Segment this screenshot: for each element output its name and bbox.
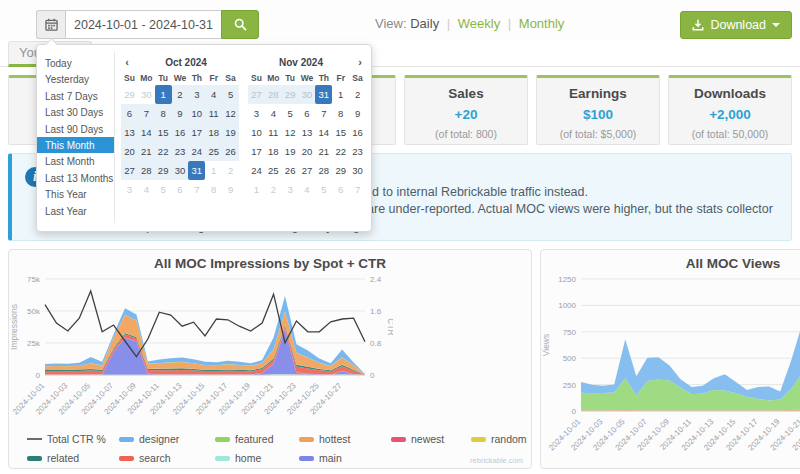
calendar-day[interactable]: 28 — [138, 161, 155, 180]
calendar-day[interactable]: 7 — [349, 180, 366, 199]
calendar-day[interactable]: 13 — [299, 123, 316, 142]
calendar-day[interactable]: 9 — [222, 180, 239, 199]
calendar-day[interactable]: 31 — [315, 85, 332, 104]
date-range-input[interactable] — [65, 10, 221, 39]
calendar-day[interactable]: 30 — [138, 85, 155, 104]
calendar-day[interactable]: 16 — [172, 123, 189, 142]
calendar-day[interactable]: 16 — [349, 123, 366, 142]
calendar-day[interactable]: 15 — [155, 123, 172, 142]
calendar-day[interactable]: 6 — [121, 104, 138, 123]
calendar-day[interactable]: 1 — [205, 161, 222, 180]
calendar-day[interactable]: 22 — [155, 142, 172, 161]
legend-item[interactable]: search — [119, 452, 215, 464]
download-button[interactable]: Download — [680, 11, 792, 39]
calendar-day[interactable]: 17 — [248, 142, 265, 161]
preset-item[interactable]: This Year — [37, 186, 114, 202]
calendar-day[interactable]: 11 — [205, 104, 222, 123]
calendar-day[interactable]: 9 — [349, 104, 366, 123]
calendar-day[interactable]: 1 — [155, 85, 172, 104]
legend-item[interactable]: featured — [215, 433, 299, 445]
calendar-day[interactable]: 14 — [315, 123, 332, 142]
calendar-day[interactable]: 18 — [205, 123, 222, 142]
calendar-day[interactable]: 18 — [265, 142, 282, 161]
calendar-day[interactable]: 3 — [248, 104, 265, 123]
calendar-day[interactable]: 20 — [299, 142, 316, 161]
legend-item[interactable]: related — [27, 452, 119, 464]
calendar-day[interactable]: 10 — [248, 123, 265, 142]
calendar-day[interactable]: 7 — [315, 104, 332, 123]
preset-item[interactable]: Last 7 Days — [37, 88, 114, 104]
calendar-day[interactable]: 3 — [188, 85, 205, 104]
prev-month-icon[interactable]: ‹ — [121, 56, 133, 68]
calendar-day[interactable]: 4 — [138, 180, 155, 199]
calendar-day[interactable]: 4 — [299, 180, 316, 199]
view-option-monthly[interactable]: Monthly — [519, 16, 565, 31]
calendar-day[interactable]: 8 — [205, 180, 222, 199]
calendar-day[interactable]: 28 — [315, 161, 332, 180]
calendar-day[interactable]: 2 — [172, 85, 189, 104]
preset-item[interactable]: This Month — [37, 137, 114, 153]
calendar-day[interactable]: 20 — [121, 142, 138, 161]
calendar-day[interactable]: 26 — [222, 142, 239, 161]
calendar-day[interactable]: 29 — [282, 85, 299, 104]
calendar-day[interactable]: 15 — [332, 123, 349, 142]
calendar-day[interactable]: 19 — [282, 142, 299, 161]
calendar-day[interactable]: 10 — [188, 104, 205, 123]
calendar-day[interactable]: 24 — [248, 161, 265, 180]
calendar-day[interactable]: 1 — [248, 180, 265, 199]
legend-item[interactable]: hottest — [299, 433, 391, 445]
calendar-day[interactable]: 2 — [222, 161, 239, 180]
calendar-day[interactable]: 5 — [222, 85, 239, 104]
calendar-day[interactable]: 31 — [188, 161, 205, 180]
preset-item[interactable]: Today — [37, 55, 114, 71]
preset-item[interactable]: Last Year — [37, 203, 114, 219]
view-option-daily[interactable]: Daily — [410, 16, 439, 31]
calendar-day[interactable]: 4 — [265, 104, 282, 123]
calendar-day[interactable]: 19 — [222, 123, 239, 142]
preset-item[interactable]: Last Month — [37, 153, 114, 169]
calendar-day[interactable]: 14 — [138, 123, 155, 142]
calendar-day[interactable]: 27 — [121, 161, 138, 180]
legend-item[interactable]: designer — [119, 433, 215, 445]
calendar-day[interactable]: 4 — [205, 85, 222, 104]
calendar-day[interactable]: 30 — [349, 161, 366, 180]
calendar-day[interactable]: 22 — [332, 142, 349, 161]
legend-item[interactable]: main — [299, 452, 391, 464]
calendar-day[interactable]: 11 — [265, 123, 282, 142]
calendar-day[interactable]: 6 — [299, 104, 316, 123]
calendar-day[interactable]: 30 — [299, 85, 316, 104]
calendar-day[interactable]: 29 — [155, 161, 172, 180]
search-button[interactable] — [221, 10, 259, 39]
calendar-day[interactable]: 27 — [299, 161, 316, 180]
preset-item[interactable]: Last 30 Days — [37, 104, 114, 120]
calendar-day[interactable]: 1 — [332, 85, 349, 104]
calendar-day[interactable]: 29 — [121, 85, 138, 104]
calendar-day[interactable]: 26 — [282, 161, 299, 180]
calendar-day[interactable]: 21 — [315, 142, 332, 161]
calendar-day[interactable]: 6 — [332, 180, 349, 199]
legend-item[interactable]: home — [215, 452, 299, 464]
calendar-day[interactable]: 28 — [265, 85, 282, 104]
calendar-day[interactable]: 3 — [282, 180, 299, 199]
calendar-day[interactable]: 25 — [265, 161, 282, 180]
calendar-day[interactable]: 12 — [222, 104, 239, 123]
calendar-day[interactable]: 21 — [138, 142, 155, 161]
view-option-weekly[interactable]: Weekly — [458, 16, 500, 31]
preset-item[interactable]: Last 13 Months — [37, 170, 114, 186]
calendar-day[interactable]: 27 — [248, 85, 265, 104]
calendar-day[interactable]: 17 — [188, 123, 205, 142]
preset-item[interactable]: Last 90 Days — [37, 121, 114, 137]
calendar-day[interactable]: 5 — [282, 104, 299, 123]
calendar-day[interactable]: 29 — [332, 161, 349, 180]
legend-item[interactable]: Total CTR % — [27, 433, 119, 445]
calendar-day[interactable]: 13 — [121, 123, 138, 142]
calendar-day[interactable]: 2 — [349, 85, 366, 104]
preset-item[interactable]: Yesterday — [37, 71, 114, 87]
calendar-day[interactable]: 8 — [332, 104, 349, 123]
legend-item[interactable]: newest — [391, 433, 471, 445]
calendar-day[interactable]: 12 — [282, 123, 299, 142]
calendar-day[interactable]: 30 — [172, 161, 189, 180]
calendar-day[interactable]: 3 — [121, 180, 138, 199]
calendar-day[interactable]: 25 — [205, 142, 222, 161]
calendar-day[interactable]: 6 — [172, 180, 189, 199]
